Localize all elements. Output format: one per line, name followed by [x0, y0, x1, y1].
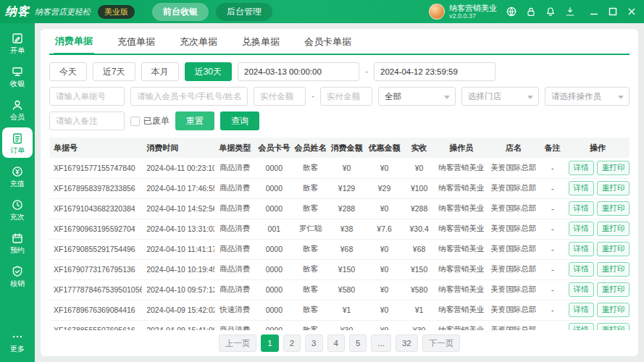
cell: -	[540, 279, 566, 300]
bill-no-input[interactable]	[49, 87, 125, 106]
cell: 散客	[293, 239, 327, 259]
page-button-1[interactable]: 1	[261, 334, 278, 352]
more-icon	[11, 330, 24, 343]
column-header: 消费金额	[327, 138, 365, 158]
detail-button[interactable]: 详情	[569, 303, 594, 317]
reprint-button[interactable]: 重打印	[597, 161, 630, 175]
cell: 美资国际总部	[488, 158, 540, 178]
detail-button[interactable]: 详情	[569, 323, 594, 330]
sidebar-item-shouyin[interactable]: 收银	[2, 61, 33, 91]
reprint-button[interactable]: 重打印	[597, 242, 630, 256]
reprint-button[interactable]: 重打印	[597, 222, 630, 236]
download-icon[interactable]	[564, 6, 576, 17]
maximize-icon[interactable]	[608, 7, 618, 17]
cell: -	[540, 158, 566, 178]
minimize-icon[interactable]	[589, 7, 599, 17]
operator-select[interactable]: 请选择操作员	[545, 87, 630, 106]
page-button-32[interactable]: 32	[396, 334, 418, 352]
sidebar-item-kaidan[interactable]: 开单	[2, 28, 33, 58]
reprint-button[interactable]: 重打印	[597, 181, 630, 195]
reprint-button[interactable]: 重打印	[597, 262, 630, 277]
cell: 商品消费	[214, 219, 255, 239]
titlebar-tab-front-cashier[interactable]: 前台收银	[152, 3, 209, 21]
prev-page-button[interactable]: 上一页	[219, 334, 257, 352]
reprint-button[interactable]: 重打印	[597, 303, 630, 317]
page-button-5[interactable]: 5	[349, 334, 367, 352]
cell-operations: 详情重打印	[566, 178, 630, 198]
detail-button[interactable]: 详情	[569, 222, 594, 236]
globe-icon[interactable]	[506, 6, 517, 17]
reprint-button[interactable]: 重打印	[597, 282, 630, 297]
sidebar-item-chongzhi[interactable]: 充值	[2, 161, 33, 191]
reset-button[interactable]: 重置	[175, 111, 214, 130]
date-from-input[interactable]	[238, 62, 359, 81]
cell-operations: 详情重打印	[566, 279, 630, 300]
table-body: XF167915771557478402024-04-11 00:23:10商品…	[49, 158, 630, 330]
sidebar-item-gengduo[interactable]: 更多	[2, 326, 33, 356]
cell: 商品消费	[214, 279, 255, 300]
cell: ¥30	[403, 320, 435, 330]
sidebar-item-dingdan[interactable]: 订单	[2, 127, 33, 158]
detail-button[interactable]: 详情	[569, 161, 594, 175]
sidebar-item-chongci[interactable]: 充次	[2, 194, 33, 224]
sidebar-item-huiyuan[interactable]: 会员	[2, 94, 33, 125]
sidebar-item-yuyue[interactable]: 预约	[2, 227, 33, 258]
cell: 纳客营销美业	[435, 259, 488, 279]
pay-min-input[interactable]	[254, 87, 306, 106]
cell: ¥1	[403, 300, 435, 320]
date-to-input[interactable]	[374, 62, 495, 81]
redeem-icon	[11, 265, 24, 278]
close-icon[interactable]	[627, 7, 637, 17]
cell: ¥580	[403, 279, 435, 300]
quick-date-button-1[interactable]: 近7天	[93, 62, 135, 81]
next-page-button[interactable]: 下一页	[422, 334, 461, 352]
tab-exchange[interactable]: 兑换单据	[241, 30, 281, 54]
bell-icon[interactable]	[545, 6, 556, 17]
detail-button[interactable]: 详情	[569, 262, 594, 277]
reprint-button[interactable]: 重打印	[597, 201, 630, 216]
page-button-2[interactable]: 2	[283, 334, 301, 352]
detail-button[interactable]: 详情	[569, 181, 594, 195]
cell: 商品消费	[214, 320, 255, 330]
tab-consume[interactable]: 消费单据	[54, 29, 94, 55]
sidebar-item-hexiao[interactable]: 核销	[2, 261, 33, 291]
store-select[interactable]: 选择门店	[461, 87, 539, 106]
table-header-row: 单据号消费时间单据类型会员卡号会员姓名消费金额优惠金额实收操作员店名备注操作	[49, 138, 630, 158]
lock-icon[interactable]	[525, 6, 537, 17]
page-button-3[interactable]: 3	[305, 334, 322, 352]
account-area[interactable]: 纳客营销美业 v2.0.0.37	[429, 4, 497, 20]
cell: ¥150	[327, 259, 365, 279]
reprint-button[interactable]: 重打印	[597, 323, 630, 330]
query-button[interactable]: 查询	[220, 111, 259, 130]
cell: 2024-04-11 00:23:10	[142, 158, 214, 178]
cell: 商品消费	[214, 198, 255, 219]
cell: 散客	[293, 279, 327, 300]
quick-date-button-2[interactable]: 本月	[141, 62, 179, 81]
cell: ¥0	[366, 279, 403, 300]
quick-date-button-0[interactable]: 今天	[49, 62, 87, 81]
pay-max-input[interactable]	[320, 87, 372, 106]
times-card-icon	[11, 198, 24, 211]
tab-member-card[interactable]: 会员卡单据	[303, 30, 353, 54]
titlebar-tab-back-admin[interactable]: 后台管理	[216, 3, 272, 21]
page-button-...[interactable]: ...	[371, 334, 391, 352]
chevron-down-icon	[527, 96, 533, 99]
detail-button[interactable]: 详情	[569, 242, 594, 256]
remark-input[interactable]	[49, 111, 125, 130]
account-name: 纳客营销美业	[449, 4, 497, 13]
cell: 001	[255, 219, 293, 239]
page-button-4[interactable]: 4	[327, 334, 345, 352]
column-header: 店名	[488, 138, 540, 158]
column-header: 消费时间	[142, 138, 214, 158]
tab-recharge[interactable]: 充值单据	[116, 30, 156, 54]
member-search-input[interactable]	[130, 87, 248, 106]
detail-button[interactable]: 详情	[569, 201, 594, 216]
column-header: 实收	[403, 138, 435, 158]
cell: 纳客营销美业	[435, 320, 488, 330]
tab-times[interactable]: 充次单据	[178, 30, 219, 54]
detail-button[interactable]: 详情	[569, 282, 594, 297]
type-select[interactable]: 全部	[378, 87, 456, 106]
cell: -	[540, 219, 566, 239]
void-checkbox[interactable]: 已废单	[130, 115, 170, 127]
quick-date-button-3[interactable]: 近30天	[185, 62, 232, 81]
